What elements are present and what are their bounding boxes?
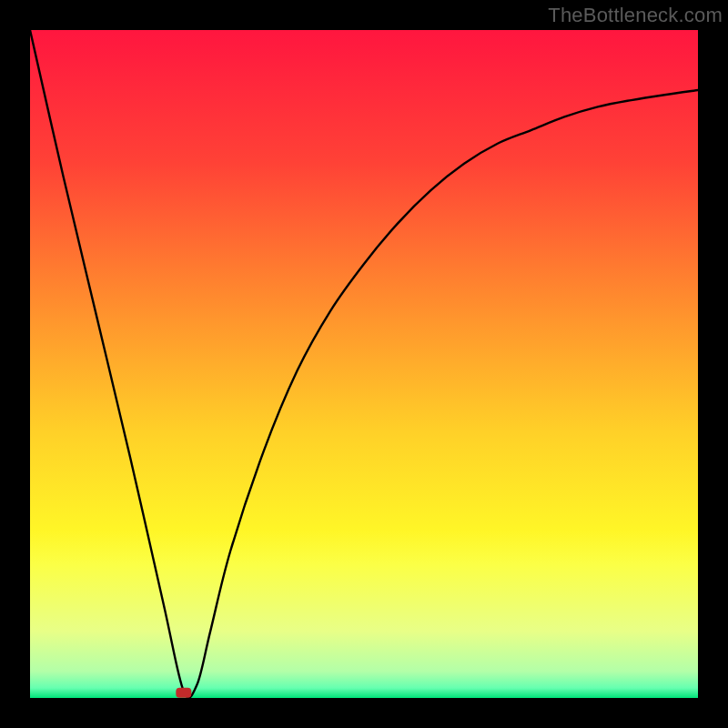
attribution-label: TheBottleneck.com bbox=[548, 4, 723, 27]
plot-area bbox=[30, 30, 698, 698]
gradient-background bbox=[30, 30, 698, 698]
chart-frame: TheBottleneck.com bbox=[0, 0, 728, 728]
optimal-point-marker bbox=[176, 688, 191, 698]
chart-svg bbox=[30, 30, 698, 698]
